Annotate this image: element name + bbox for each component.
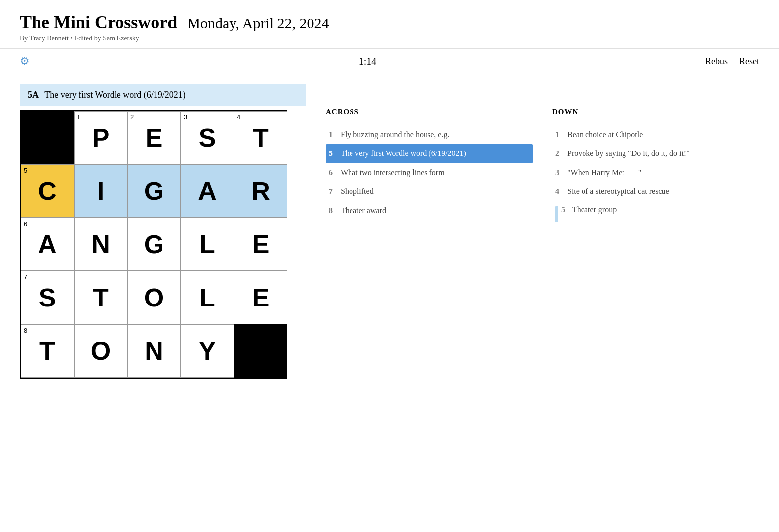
grid-cell-r4c4 [234, 324, 287, 378]
grid-cell-r3c1[interactable]: T [74, 271, 127, 324]
clue-bar-text: The very first Wordle word (6/19/2021) [44, 90, 186, 100]
clue-text: Fly buzzing around the house, e.g. [341, 129, 449, 140]
grid-cell-r3c2[interactable]: O [127, 271, 181, 324]
cell-number: 4 [237, 114, 240, 121]
cell-letter: G [144, 229, 164, 259]
grid-cell-r2c4[interactable]: E [234, 218, 287, 271]
clue-number: 2 [555, 148, 563, 159]
timer: 1:14 [359, 56, 377, 67]
down-clue-4[interactable]: 4Site of a stereotypical cat rescue [552, 182, 759, 201]
grid-cell-r0c0 [21, 111, 74, 164]
grid-cell-r1c4[interactable]: R [234, 164, 287, 218]
cell-number: 1 [77, 114, 80, 121]
grid-cell-r0c3[interactable]: 3S [181, 111, 234, 164]
clue-number: 5 [329, 148, 337, 159]
clue-number: 8 [329, 205, 337, 216]
reset-button[interactable]: Reset [740, 56, 759, 67]
cell-number: 5 [24, 167, 27, 174]
cell-letter: L [199, 229, 215, 259]
cell-letter: E [252, 229, 270, 259]
cell-letter: Y [199, 336, 216, 366]
cell-letter: P [92, 123, 110, 152]
across-clue-6[interactable]: 6What two intersecting lines form [326, 163, 533, 182]
clue-number: 6 [329, 167, 337, 178]
clue-text: The very first Wordle word (6/19/2021) [341, 148, 466, 159]
grid-cell-r1c3[interactable]: A [181, 164, 234, 218]
clues-section: ACROSS 1Fly buzzing around the house, e.… [326, 84, 759, 379]
cell-letter: O [144, 283, 164, 312]
across-clue-8[interactable]: 8Theater award [326, 201, 533, 220]
grid-cell-r0c2[interactable]: 2E [127, 111, 181, 164]
clue-number: 4 [555, 186, 563, 197]
grid-cell-r2c0[interactable]: 6A [21, 218, 74, 271]
cell-number: 6 [24, 220, 27, 228]
header-date: Monday, April 22, 2024 [187, 15, 329, 31]
clue-bar-label: 5A [28, 90, 39, 100]
crossword-grid[interactable]: 1P2E3S4T5CIGAR6ANGLE7STOLE8TONY [20, 110, 287, 379]
clue-number: 1 [329, 129, 337, 140]
puzzle-section: 5A The very first Wordle word (6/19/2021… [20, 84, 306, 379]
cell-letter: T [39, 336, 55, 366]
cell-letter: E [252, 283, 270, 312]
grid-cell-r3c3[interactable]: L [181, 271, 234, 324]
grid-container: 1P2E3S4T5CIGAR6ANGLE7STOLE8TONY [20, 110, 306, 379]
rebus-button[interactable]: Rebus [705, 56, 728, 67]
cell-letter: T [93, 283, 109, 312]
clue-number: 5 [561, 205, 569, 214]
cell-letter: L [199, 283, 215, 312]
grid-cell-r2c1[interactable]: N [74, 218, 127, 271]
clue-text: Site of a stereotypical cat rescue [567, 186, 669, 197]
clue-text: "When Harry Met ___" [567, 167, 641, 178]
grid-cell-r4c1[interactable]: O [74, 324, 127, 378]
grid-cell-r3c4[interactable]: E [234, 271, 287, 324]
across-title: ACROSS [326, 108, 533, 119]
clue-bar: 5A The very first Wordle word (6/19/2021… [20, 84, 306, 106]
clue-text: Provoke by saying "Do it, do it, do it!" [567, 148, 690, 159]
grid-cell-r1c0[interactable]: 5C [21, 164, 74, 218]
cell-number: 8 [24, 327, 27, 334]
clue-number: 1 [555, 129, 563, 140]
grid-cell-r4c2[interactable]: N [127, 324, 181, 378]
main-content: 5A The very first Wordle word (6/19/2021… [0, 74, 779, 388]
cell-number: 2 [130, 114, 134, 121]
cell-letter: G [144, 176, 164, 206]
down-indicator [555, 206, 558, 222]
grid-cell-r0c1[interactable]: 1P [74, 111, 127, 164]
cell-letter: S [39, 283, 56, 312]
cell-letter: I [97, 176, 104, 206]
cell-letter: N [91, 229, 110, 259]
grid-cell-r3c0[interactable]: 7S [21, 271, 74, 324]
header-byline: By Tracy Bennett • Edited by Sam Ezersky [20, 35, 759, 42]
down-clue-1[interactable]: 1Bean choice at Chipotle [552, 125, 759, 144]
cell-letter: A [198, 176, 217, 206]
across-clue-7[interactable]: 7Shoplifted [326, 182, 533, 201]
clue-number: 3 [555, 167, 563, 178]
cell-letter: N [145, 336, 163, 366]
cell-letter: S [199, 123, 216, 152]
down-title: DOWN [552, 108, 759, 119]
header: The Mini Crossword Monday, April 22, 202… [0, 0, 779, 49]
grid-cell-r2c3[interactable]: L [181, 218, 234, 271]
down-clue-3[interactable]: 3"When Harry Met ___" [552, 163, 759, 182]
page-title: The Mini Crossword [20, 12, 177, 32]
across-clue-5[interactable]: 5The very first Wordle word (6/19/2021) [326, 144, 533, 163]
grid-cell-r2c2[interactable]: G [127, 218, 181, 271]
gear-icon[interactable]: ⚙ [20, 55, 30, 68]
down-clue-2[interactable]: 2Provoke by saying "Do it, do it, do it!… [552, 144, 759, 163]
grid-cell-r4c0[interactable]: 8T [21, 324, 74, 378]
grid-cell-r4c3[interactable]: Y [181, 324, 234, 378]
down-clue-5[interactable]: 5Theater group [552, 201, 759, 226]
clue-text: Shoplifted [341, 186, 374, 197]
cell-letter: R [251, 176, 270, 206]
grid-cell-r1c2[interactable]: G [127, 164, 181, 218]
grid-cell-r0c4[interactable]: 4T [234, 111, 287, 164]
clue-number: 7 [329, 186, 337, 197]
grid-cell-r1c1[interactable]: I [74, 164, 127, 218]
clue-text: What two intersecting lines form [341, 167, 445, 178]
toolbar: ⚙ 1:14 Rebus Reset [0, 49, 779, 74]
across-clue-1[interactable]: 1Fly buzzing around the house, e.g. [326, 125, 533, 144]
cell-letter: E [146, 123, 163, 152]
cell-number: 3 [184, 114, 187, 121]
cell-letter: O [91, 336, 111, 366]
cell-number: 7 [24, 273, 27, 281]
